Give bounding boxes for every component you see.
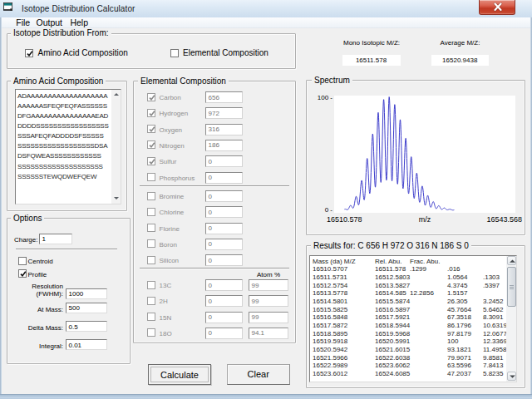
check-icon [26,50,34,58]
18o-checkbox[interactable] [147,328,155,337]
18o-atom-percent-input[interactable]: 94.1 [249,328,288,339]
chlorine-count-input[interactable]: 0 [205,206,243,218]
silicon-checkbox[interactable] [147,256,155,264]
y-axis-min-label: 0 - [308,206,332,214]
boron-count-input[interactable]: 0 [205,239,243,250]
resolution-input[interactable]: 1000 [66,288,107,299]
results-scroll-down-button[interactable] [507,372,516,381]
results-row[interactable]: 16512.575416513.58274.3745.5397 [313,282,512,290]
hydrogen-checkbox[interactable] [147,109,155,117]
charge-input[interactable]: 1 [39,234,72,244]
menu-item-output[interactable]: Output [33,17,66,27]
profile-checkbox[interactable] [18,269,27,278]
cell: 16518.5895 [313,330,347,338]
results-list[interactable]: Mass (da) M/ZRel. Abu.Frac. Abu.16510.57… [309,255,517,382]
results-row[interactable]: 16513.577816514.58512.28561.5157 [313,289,512,298]
silicon-count-input[interactable]: 0 [205,254,243,266]
chlorine-checkbox[interactable] [147,208,155,216]
13c-checkbox[interactable] [147,281,155,289]
sulfur-checkbox[interactable] [147,157,155,165]
amino-acid-composition-checkbox-label[interactable]: Amino Acid Composition [38,48,128,57]
cell: 16513.5827 [375,282,410,290]
sequence-scroll-up-button[interactable] [112,91,121,99]
results-row[interactable]: 16520.594216521.601593.182111.4958 [313,346,512,354]
calculate-button[interactable]: Calculate [148,364,211,385]
centroid-checkbox-label[interactable]: Centroid [28,258,53,265]
results-row[interactable]: 16510.570716511.578.1299.016 [313,265,512,273]
close-button[interactable] [479,0,515,15]
sulfur-count-input[interactable]: 0 [205,155,243,167]
results-row[interactable]: 16514.580116515.587426.3053.2452 [313,298,512,306]
florine-count-input[interactable]: 0 [205,223,243,234]
cell: 12.3369 [483,337,507,346]
13c-count-input[interactable]: 0 [205,279,243,291]
results-row[interactable]: 16521.596616522.603879.90719.8581 [313,354,512,362]
nitrogen-checkbox[interactable] [147,140,155,149]
silicon-label: Silicon [160,257,180,264]
cell: 79.9071 [447,354,471,362]
profile-checkbox-label[interactable]: Profile [28,271,47,278]
results-row[interactable]: 16523.601216524.608547.20375.8235 [313,370,512,378]
2h-checkbox[interactable] [147,297,155,305]
oxygen-checkbox[interactable] [147,125,155,133]
cell: Rel. Abu. [375,258,401,266]
results-header-row[interactable]: Mass (da) M/ZRel. Abu.Frac. Abu. [313,258,512,266]
cell: 100 [447,337,458,346]
delta-mass-input[interactable]: 0.5 [66,321,107,332]
carbon-checkbox[interactable] [147,93,155,101]
2h-count-input[interactable]: 0 [205,295,243,307]
elemental-separator-1 [140,185,289,187]
boron-checkbox[interactable] [147,239,155,248]
15n-count-input[interactable]: 0 [205,312,243,323]
sequence-scroll-down-button[interactable] [112,195,121,203]
15n-atom-percent-input[interactable]: 99 [249,312,288,323]
results-row[interactable]: 16515.582516516.589745.76645.6462 [313,306,512,314]
spectrum-group-label: Spectrum [312,76,352,85]
cell: 1.0564 [447,273,467,282]
charge-label: Charge: [14,236,37,244]
hydrogen-count-input[interactable]: 972 [205,107,243,119]
integral-input[interactable]: 0.01 [66,339,107,350]
results-row[interactable]: 16517.587216518.594486.179610.6319 [313,322,512,330]
elemental-composition-checkbox[interactable] [170,49,179,57]
cell: 93.1821 [447,346,471,354]
clear-button[interactable]: Clear [227,364,291,385]
cell: 86.1796 [447,322,471,330]
resolution-label-line2: (FWHM): [17,290,63,298]
2h-atom-percent-input[interactable]: 99 [249,295,288,307]
results-row[interactable]: 16518.589516519.596897.817912.0677 [313,330,512,338]
results-row[interactable]: 16522.598916523.606263.55967.8413 [313,362,512,370]
centroid-checkbox[interactable] [18,257,27,265]
results-row[interactable]: 16511.573116512.58031.0564.1303 [313,273,512,282]
bromine-checkbox[interactable] [147,192,155,200]
results-scrollbar[interactable] [506,256,516,382]
phosphorus-count-input[interactable]: 0 [205,172,243,184]
menu-item-file[interactable]: File [12,17,35,27]
options-separator [16,249,117,250]
cell: 16519.5968 [375,330,410,338]
13c-atom-percent-input[interactable]: 99 [249,279,288,291]
cell: 16521.5966 [313,354,347,362]
results-row[interactable]: 16516.584816517.592167.35188.3091 [313,313,512,322]
elemental-composition-checkbox-label[interactable]: Elemental Composition [183,48,268,57]
integral-label: Integral: [17,342,63,350]
title-bar[interactable]: Isotope Distribution Calculator [0,0,532,17]
bromine-count-input[interactable]: 0 [205,190,243,202]
results-row[interactable]: 16519.591816520.599110012.3369 [313,337,512,346]
carbon-count-input[interactable]: 656 [205,91,243,103]
amino-acid-composition-checkbox[interactable] [25,49,33,57]
sequence-textarea[interactable]: ADAAAAAAAAAAAAAAAAAAA AAAAAASFEQFEQFASSS… [15,89,121,204]
menu-item-help[interactable]: Help [66,17,93,27]
nitrogen-count-input[interactable]: 186 [205,140,243,151]
18o-count-input[interactable]: 0 [205,328,243,339]
at-mass-input[interactable]: 500 [66,303,107,313]
phosphorus-checkbox[interactable] [147,173,155,181]
15n-checkbox[interactable] [147,313,155,321]
oxygen-count-input[interactable]: 316 [205,124,243,135]
cell: 16515.5825 [313,306,347,314]
florine-checkbox[interactable] [147,224,155,232]
results-scroll-up-button[interactable] [507,256,516,265]
thumb-grip [510,288,514,289]
results-scroll-thumb[interactable] [507,267,516,307]
sequence-scrollbar[interactable] [111,90,121,204]
